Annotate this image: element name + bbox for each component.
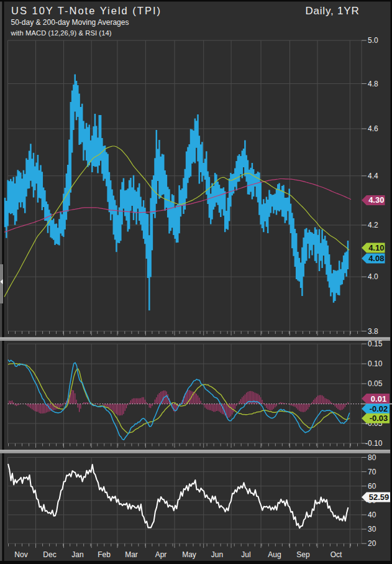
svg-text:Nov: Nov: [14, 550, 27, 559]
svg-text:0.15: 0.15: [368, 340, 383, 348]
svg-text:Sep: Sep: [296, 550, 310, 559]
svg-text:20: 20: [368, 539, 376, 548]
svg-text:Dec: Dec: [43, 550, 56, 559]
svg-text:Mar: Mar: [125, 550, 138, 559]
svg-text:Apr: Apr: [155, 550, 167, 559]
svg-text:Feb: Feb: [98, 550, 111, 559]
svg-text:52.59: 52.59: [369, 492, 390, 502]
svg-text:Jun: Jun: [211, 550, 223, 559]
svg-text:50-day & 200-day Moving Averag: 50-day & 200-day Moving Averages: [11, 18, 129, 27]
svg-text:4.10: 4.10: [368, 243, 384, 252]
svg-text:-0.10: -0.10: [365, 439, 383, 448]
svg-text:60: 60: [368, 482, 376, 491]
svg-text:3.8: 3.8: [368, 327, 378, 336]
svg-text:with MACD (12,26,9) & RSI (14): with MACD (12,26,9) & RSI (14): [11, 29, 112, 37]
svg-text:Aug: Aug: [268, 550, 281, 559]
svg-text:Jul: Jul: [241, 550, 250, 559]
svg-text:4.08: 4.08: [368, 254, 384, 263]
svg-text:4.6: 4.6: [368, 124, 378, 133]
svg-text:May: May: [182, 550, 196, 559]
svg-text:70: 70: [368, 468, 376, 476]
svg-text:5.0: 5.0: [368, 36, 378, 45]
svg-text:-0.02: -0.02: [370, 404, 388, 414]
svg-text:80: 80: [368, 453, 376, 462]
svg-text:4.4: 4.4: [368, 172, 378, 180]
svg-text:Daily, 1YR: Daily, 1YR: [305, 5, 359, 17]
svg-text:0.10: 0.10: [368, 359, 383, 368]
svg-text:-0.03: -0.03: [370, 414, 388, 423]
svg-text:30: 30: [368, 525, 376, 534]
svg-text:4.2: 4.2: [368, 221, 378, 229]
svg-text:0.01: 0.01: [371, 394, 386, 404]
svg-text:4.30: 4.30: [368, 195, 384, 205]
svg-text:4.0: 4.0: [368, 272, 378, 281]
svg-text:4.8: 4.8: [368, 80, 378, 88]
svg-text:40: 40: [368, 511, 376, 519]
svg-text:0.05: 0.05: [368, 379, 383, 388]
svg-text:Jan: Jan: [71, 550, 83, 559]
svg-text:Oct: Oct: [330, 550, 342, 559]
svg-text:US 10Y T-Note Yield (TPI): US 10Y T-Note Yield (TPI): [11, 5, 162, 16]
